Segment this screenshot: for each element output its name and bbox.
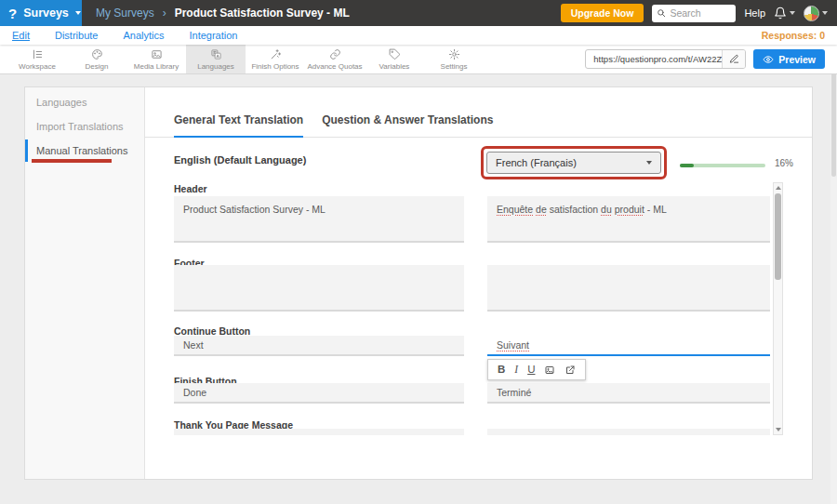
magic-wand-icon bbox=[270, 48, 282, 60]
breadcrumb-separator-icon: › bbox=[163, 7, 166, 20]
page-scrollbar[interactable] bbox=[830, 45, 837, 504]
footer-translation-field[interactable] bbox=[487, 265, 770, 312]
underline-button[interactable]: U bbox=[527, 364, 535, 376]
tool-finish-options[interactable]: Finish Options bbox=[246, 45, 305, 73]
scroll-up-arrow[interactable] bbox=[774, 183, 782, 192]
edit-toolbar: Workspace Design Media Library Languages… bbox=[0, 45, 837, 74]
insert-image-button[interactable] bbox=[544, 365, 555, 376]
thank-you-english-field[interactable] bbox=[174, 429, 464, 435]
image-icon bbox=[544, 365, 555, 376]
avatar bbox=[804, 6, 819, 21]
language-selector-row: English (Default Language) French (Franç… bbox=[145, 138, 812, 182]
tool-design[interactable]: Design bbox=[67, 45, 126, 73]
eye-icon bbox=[763, 54, 774, 65]
fields-scrollbar[interactable] bbox=[773, 182, 783, 435]
continue-english-field[interactable]: Next bbox=[174, 336, 464, 356]
topbar-actions: Upgrade Now Help bbox=[561, 4, 837, 22]
link-icon bbox=[329, 48, 341, 60]
nav-distribute[interactable]: Distribute bbox=[55, 30, 98, 41]
translation-progress-bar bbox=[680, 164, 765, 167]
app-menu[interactable]: ? Surveys bbox=[0, 0, 82, 26]
account-menu[interactable] bbox=[804, 6, 828, 21]
tag-icon bbox=[389, 48, 401, 60]
footer-english-field[interactable] bbox=[174, 265, 464, 312]
continue-translation-field[interactable]: Suivant bbox=[487, 336, 770, 356]
active-indicator-bar bbox=[25, 139, 28, 162]
italic-button[interactable]: I bbox=[514, 364, 518, 376]
survey-title: Product Satisfaction Survey - ML bbox=[175, 7, 350, 20]
sidebar-item-import-translations[interactable]: Import Translations bbox=[25, 114, 144, 139]
translate-icon bbox=[210, 48, 222, 60]
sidebar-item-manual-translations[interactable]: Manual Translations bbox=[25, 139, 144, 163]
translation-fields-scroll-area: Header Product Satisfaction Survey - ML … bbox=[145, 182, 812, 435]
bold-button[interactable]: B bbox=[498, 364, 505, 376]
survey-url[interactable]: https://questionpro.com/t/AW22Zd1S1 bbox=[586, 54, 722, 64]
translation-tabs: General Text Translation Question & Answ… bbox=[145, 87, 812, 138]
tool-languages[interactable]: Languages bbox=[186, 45, 246, 73]
page-body: Languages Import Translations Manual Tra… bbox=[0, 74, 837, 504]
preview-button[interactable]: Preview bbox=[753, 49, 825, 69]
nav-edit[interactable]: Edit bbox=[12, 30, 30, 41]
source-language-label: English (Default Language) bbox=[174, 154, 306, 166]
translation-progress-fill bbox=[680, 164, 694, 167]
bell-icon bbox=[774, 7, 787, 20]
translations-sidebar: Languages Import Translations Manual Tra… bbox=[25, 87, 145, 479]
app-menu-label: Surveys bbox=[23, 7, 69, 20]
scrollbar-thumb[interactable] bbox=[775, 193, 781, 280]
toolbar-right: https://questionpro.com/t/AW22Zd1S1 Prev… bbox=[585, 45, 837, 73]
edit-url-button[interactable] bbox=[722, 50, 745, 68]
finish-translation-field[interactable]: Terminé bbox=[487, 383, 770, 404]
scroll-down-arrow[interactable] bbox=[774, 425, 782, 434]
palette-icon bbox=[91, 48, 103, 60]
search-input[interactable] bbox=[670, 7, 731, 19]
thank-you-translation-field[interactable] bbox=[487, 429, 770, 435]
global-search[interactable] bbox=[652, 5, 736, 22]
survey-url-box: https://questionpro.com/t/AW22Zd1S1 bbox=[585, 49, 746, 69]
chevron-down-icon bbox=[75, 11, 81, 15]
chevron-down-icon bbox=[822, 11, 828, 15]
search-icon bbox=[657, 8, 666, 18]
tool-variables[interactable]: Variables bbox=[365, 45, 424, 73]
tab-question-answer-translations[interactable]: Question & Answer Translations bbox=[322, 113, 493, 138]
upgrade-now-button[interactable]: Upgrade Now bbox=[561, 4, 644, 22]
target-language-dropdown[interactable]: French (Français) bbox=[486, 152, 661, 174]
tool-advance-quotas[interactable]: Advance Quotas bbox=[305, 45, 365, 73]
annotation-underline bbox=[32, 159, 112, 163]
chevron-down-icon bbox=[646, 161, 652, 165]
chevron-down-icon bbox=[790, 11, 795, 15]
sidebar-item-languages[interactable]: Languages bbox=[25, 90, 144, 114]
pencil-icon bbox=[729, 54, 739, 64]
nav-integration[interactable]: Integration bbox=[189, 30, 237, 41]
breadcrumb-my-surveys[interactable]: My Surveys bbox=[96, 7, 154, 20]
breadcrumb: My Surveys › Product Satisfaction Survey… bbox=[96, 7, 350, 20]
section-nav: Edit Distribute Analytics Integration Re… bbox=[0, 26, 837, 45]
translations-card: Languages Import Translations Manual Tra… bbox=[24, 86, 813, 480]
annotation-highlight-box: French (Français) bbox=[481, 146, 667, 179]
target-language-value: French (Français) bbox=[496, 157, 577, 168]
questionpro-logo: ? bbox=[8, 7, 17, 20]
header-translation-field[interactable]: Enquête de satisfaction du produit - ML bbox=[487, 196, 770, 243]
workspace-icon bbox=[32, 48, 44, 60]
top-bar: ? Surveys My Surveys › Product Satisfact… bbox=[0, 0, 837, 26]
image-icon bbox=[151, 48, 163, 60]
nav-analytics[interactable]: Analytics bbox=[123, 30, 164, 41]
finish-english-field[interactable]: Done bbox=[174, 383, 464, 404]
insert-link-button[interactable] bbox=[565, 365, 576, 376]
notifications-menu[interactable] bbox=[774, 7, 795, 20]
header-english-field[interactable]: Product Satisfaction Survey - ML bbox=[174, 196, 464, 243]
tab-general-text-translation[interactable]: General Text Translation bbox=[174, 113, 303, 138]
translation-progress-percent: 16% bbox=[775, 158, 793, 168]
rich-text-toolbar: B I U bbox=[487, 359, 586, 380]
tool-media-library[interactable]: Media Library bbox=[126, 45, 186, 73]
external-link-icon bbox=[565, 365, 576, 376]
help-link[interactable]: Help bbox=[744, 7, 765, 19]
gear-icon bbox=[448, 48, 460, 60]
tool-workspace[interactable]: Workspace bbox=[7, 45, 67, 73]
field-label-header: Header bbox=[174, 183, 207, 194]
responses-count[interactable]: Responses: 0 bbox=[762, 30, 825, 41]
tool-settings[interactable]: Settings bbox=[424, 45, 484, 73]
translations-main: General Text Translation Question & Answ… bbox=[145, 87, 812, 479]
